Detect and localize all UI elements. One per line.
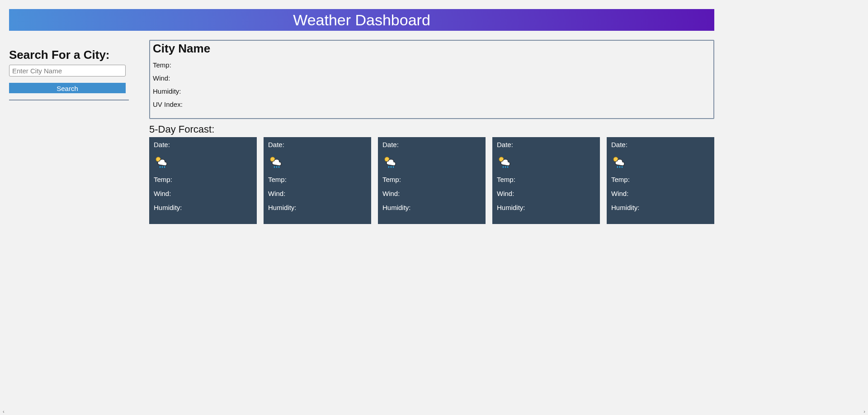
forecast-card: Date: Temp: Wind: Humidity: [149,137,257,224]
forecast-row: Date: Temp: Wind: Humidity: Date: Temp: … [149,137,714,224]
forecast-temp: Temp: [497,176,595,183]
forecast-wind: Wind: [497,190,595,197]
horizontal-scroll-hint: ‹ › [0,409,723,414]
forecast-wind: Wind: [268,190,367,197]
current-humidity: Humidity: [153,87,711,95]
forecast-temp: Temp: [611,176,710,183]
current-wind: Wind: [153,74,711,82]
page-header: Weather Dashboard [9,9,714,31]
search-divider [9,100,129,100]
search-heading: Search For a City: [9,48,131,62]
sun-cloud-rain-icon [154,155,252,169]
sun-cloud-rain-icon [382,155,481,169]
forecast-date: Date: [382,141,481,148]
forecast-card: Date: Temp: Wind: Humidity: [607,137,714,224]
search-button[interactable]: Search [9,83,126,93]
page-title: Weather Dashboard [293,11,430,29]
sun-cloud-rain-icon [497,155,595,169]
forecast-humidity: Humidity: [611,204,710,211]
forecast-temp: Temp: [382,176,481,183]
forecast-card: Date: Temp: Wind: Humidity: [492,137,600,224]
current-conditions-card: City Name Temp: Wind: Humidity: UV Index… [149,40,714,119]
current-uv: UV Index: [153,100,711,108]
forecast-temp: Temp: [154,176,252,183]
city-search-input[interactable] [9,65,126,76]
current-temp: Temp: [153,61,711,69]
current-city-name: City Name [153,42,711,56]
forecast-date: Date: [497,141,595,148]
forecast-humidity: Humidity: [497,204,595,211]
forecast-humidity: Humidity: [382,204,481,211]
chevron-left-icon: ‹ [3,409,5,414]
forecast-temp: Temp: [268,176,367,183]
forecast-humidity: Humidity: [268,204,367,211]
forecast-humidity: Humidity: [154,204,252,211]
forecast-heading: 5-Day Forcast: [149,124,714,135]
forecast-card: Date: Temp: Wind: Humidity: [378,137,486,224]
forecast-wind: Wind: [611,190,710,197]
sun-cloud-rain-icon [268,155,367,169]
search-panel: Search For a City: Search [9,40,131,100]
forecast-card: Date: Temp: Wind: Humidity: [264,137,371,224]
forecast-date: Date: [154,141,252,148]
forecast-date: Date: [268,141,367,148]
forecast-date: Date: [611,141,710,148]
forecast-wind: Wind: [382,190,481,197]
forecast-wind: Wind: [154,190,252,197]
sun-cloud-rain-icon [611,155,710,169]
